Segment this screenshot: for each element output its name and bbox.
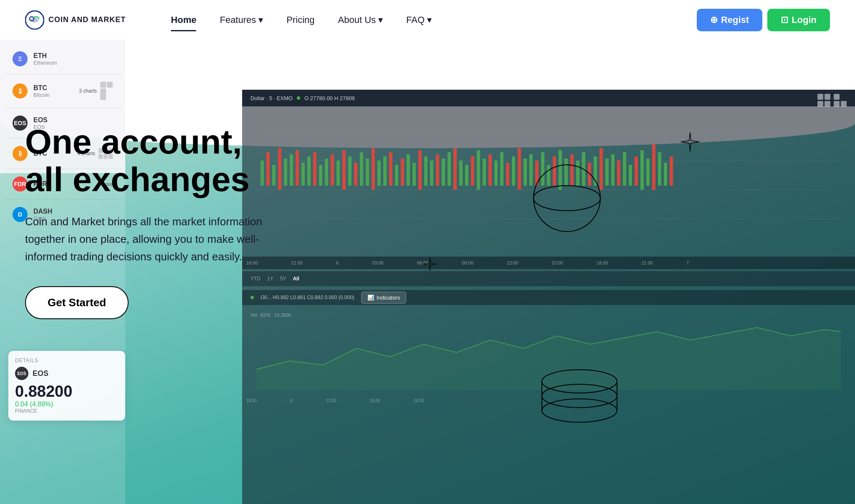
svg-rect-27	[383, 156, 387, 186]
svg-rect-75	[664, 163, 667, 186]
svg-rect-39	[453, 148, 457, 190]
list-item[interactable]: ₿ BTC Bitcoin 3 charts	[4, 74, 121, 108]
nav-item-features[interactable]: Features ▾	[208, 10, 275, 30]
coin-name: Ethereum	[33, 60, 57, 66]
hero-subtitle: Coin and Market brings all the market in…	[25, 213, 284, 265]
coin-icon-eth: Ξ	[13, 51, 28, 66]
grid-3charts	[100, 82, 113, 100]
period-selector-bar: YTD 1Y 5Y All	[242, 271, 855, 286]
svg-rect-74	[658, 152, 661, 186]
grid-cell	[841, 101, 847, 107]
svg-rect-68	[623, 152, 626, 186]
svg-rect-46	[494, 161, 498, 186]
time-label: 15:00	[551, 260, 563, 265]
svg-rect-66	[611, 154, 615, 186]
svg-rect-36	[436, 154, 439, 186]
time-label: 12:00	[507, 260, 519, 265]
coin-name: Bitcoin	[33, 92, 50, 98]
nav-item-home[interactable]: Home	[159, 10, 208, 30]
indicators-chart-icon: 📊	[367, 295, 374, 301]
get-started-button[interactable]: Get Started	[25, 286, 129, 319]
svg-rect-30	[401, 159, 404, 186]
svg-rect-71	[640, 150, 644, 190]
svg-rect-25	[372, 148, 375, 190]
svg-rect-21	[348, 156, 352, 186]
svg-rect-67	[617, 161, 620, 186]
svg-rect-41	[465, 165, 468, 186]
svg-rect-73	[652, 144, 655, 190]
decorative-stack	[538, 369, 621, 425]
svg-rect-19	[336, 161, 340, 186]
svg-rect-20	[342, 150, 346, 190]
navbar: COIN AND MARKET Home Features ▾ Pricing …	[0, 0, 855, 40]
svg-rect-23	[360, 152, 363, 186]
svg-rect-37	[442, 159, 445, 186]
svg-rect-11	[290, 154, 293, 186]
list-item[interactable]: Ξ ETH Ethereum	[4, 44, 121, 74]
svg-rect-18	[331, 154, 334, 186]
nav-item-pricing[interactable]: Pricing	[275, 10, 326, 30]
chevron-down-icon-faq: ▾	[427, 15, 432, 25]
svg-rect-35	[430, 161, 433, 186]
nav-item-faq[interactable]: FAQ ▾	[395, 10, 443, 30]
svg-point-78	[534, 186, 600, 211]
svg-rect-70	[635, 156, 638, 186]
chart-status-dot	[297, 96, 300, 100]
chevron-down-icon-about: ▾	[378, 15, 383, 25]
logo[interactable]: COIN AND MARKET	[25, 10, 126, 30]
chart-header-bar: Dollar · 5 · EXMO O 27780.00 H 27809	[242, 90, 855, 106]
chart-time-axis: 18:00 21:00 6 03:00 06:00 09:00 12:00 15…	[242, 257, 855, 269]
login-icon: ⊡	[781, 15, 788, 25]
svg-rect-16	[319, 165, 322, 186]
svg-rect-38	[448, 152, 451, 186]
time-label: 21:00	[641, 260, 653, 265]
grid-cell	[825, 94, 830, 100]
details-label: DETAILS	[15, 358, 119, 363]
eos-coin-name: EOS	[33, 369, 48, 378]
nav-buttons: ⊕ Regist ⊡ Login	[697, 9, 830, 31]
svg-rect-12	[296, 150, 299, 186]
svg-rect-65	[605, 159, 609, 186]
svg-point-81	[542, 399, 617, 422]
login-button[interactable]: ⊡ Login	[767, 9, 830, 31]
eos-coin-icon: EOS	[15, 367, 28, 380]
logo-icon	[25, 10, 44, 30]
time-label: 6	[336, 260, 339, 265]
svg-rect-34	[424, 156, 428, 186]
svg-rect-14	[307, 156, 311, 186]
chevron-down-icon: ▾	[258, 15, 263, 25]
decorative-star-mid	[422, 257, 438, 273]
details-change: 0.04 (4.88%)	[15, 401, 119, 408]
coin-info-btc: BTC Bitcoin	[33, 84, 50, 98]
nav-item-about[interactable]: About Us ▾	[326, 10, 395, 30]
charts-label-3: 3 charts	[79, 82, 113, 100]
grid-1-2[interactable]	[834, 94, 847, 107]
svg-rect-48	[506, 163, 509, 186]
svg-rect-15	[313, 152, 316, 186]
time-label: 03:00	[372, 260, 384, 265]
time-label: 18:00	[597, 260, 608, 265]
register-button[interactable]: ⊕ Regist	[697, 9, 762, 31]
svg-point-79	[542, 370, 617, 393]
svg-rect-76	[670, 156, 673, 186]
svg-rect-31	[407, 154, 410, 186]
register-icon: ⊕	[710, 15, 718, 25]
grid-2x2[interactable]	[817, 94, 830, 107]
svg-rect-42	[471, 156, 474, 186]
details-finance-label: FINANCE	[15, 408, 119, 414]
svg-rect-45	[488, 154, 492, 186]
nav-links: Home Features ▾ Pricing About Us ▾ FAQ ▾	[159, 10, 697, 30]
details-price: 0.88200	[15, 383, 119, 401]
indicators-button[interactable]: 📊 Indicators	[361, 292, 406, 304]
period-btn-active[interactable]: All	[293, 276, 299, 282]
time-label: 7	[686, 260, 689, 265]
grid-cell	[817, 94, 823, 100]
svg-rect-40	[459, 161, 463, 186]
svg-rect-50	[518, 148, 521, 190]
details-box: DETAILS EOS EOS 0.88200 0.04 (4.88%) FIN…	[8, 351, 125, 421]
svg-rect-26	[377, 161, 381, 186]
coin-symbol: ETH	[33, 52, 57, 60]
svg-rect-51	[524, 159, 527, 186]
svg-rect-24	[366, 159, 369, 186]
svg-rect-17	[325, 159, 328, 186]
